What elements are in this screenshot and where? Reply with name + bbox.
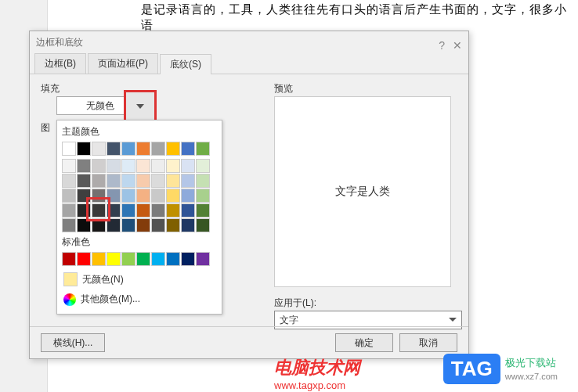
color-swatch[interactable] bbox=[121, 142, 135, 156]
color-swatch[interactable] bbox=[121, 203, 135, 218]
color-swatch[interactable] bbox=[196, 203, 210, 218]
color-swatch[interactable] bbox=[166, 218, 180, 232]
apply-to-label: 应用于(L): bbox=[274, 297, 316, 310]
color-swatch[interactable] bbox=[136, 218, 150, 232]
close-icon[interactable]: ✕ bbox=[453, 34, 462, 56]
color-swatch[interactable] bbox=[136, 142, 150, 156]
color-swatch[interactable] bbox=[62, 252, 76, 266]
color-swatch[interactable] bbox=[62, 174, 76, 188]
tag-badge: TAG bbox=[443, 354, 500, 384]
color-swatch[interactable] bbox=[181, 218, 195, 232]
color-swatch[interactable] bbox=[92, 252, 106, 266]
color-swatch[interactable] bbox=[181, 159, 195, 173]
color-swatch[interactable] bbox=[107, 203, 121, 218]
color-swatch[interactable] bbox=[107, 218, 121, 232]
standard-color-row bbox=[62, 252, 217, 266]
preview-text: 文字是人类 bbox=[335, 185, 390, 199]
cancel-button[interactable]: 取消 bbox=[399, 333, 457, 352]
dialog-titlebar: 边框和底纹 ? ✕ bbox=[30, 31, 468, 53]
color-swatch[interactable] bbox=[166, 203, 180, 218]
color-swatch[interactable] bbox=[107, 142, 121, 156]
color-swatch[interactable] bbox=[166, 142, 180, 156]
color-swatch[interactable] bbox=[92, 174, 106, 188]
color-swatch[interactable] bbox=[121, 189, 135, 203]
watermark-tag: TAG 极光下载站 www.xz7.com bbox=[443, 354, 558, 384]
color-swatch[interactable] bbox=[77, 189, 91, 203]
color-wheel-icon bbox=[63, 293, 76, 306]
color-swatch[interactable] bbox=[121, 218, 135, 232]
color-swatch[interactable] bbox=[92, 203, 106, 218]
tab-page-border[interactable]: 页面边框(P) bbox=[88, 53, 158, 74]
color-swatch[interactable] bbox=[107, 159, 121, 173]
color-swatch[interactable] bbox=[181, 252, 195, 266]
color-swatch[interactable] bbox=[77, 252, 91, 266]
color-swatch[interactable] bbox=[77, 159, 91, 173]
color-swatch[interactable] bbox=[92, 159, 106, 173]
color-swatch[interactable] bbox=[166, 174, 180, 188]
color-swatch[interactable] bbox=[121, 252, 135, 266]
color-swatch[interactable] bbox=[151, 142, 165, 156]
ok-button[interactable]: 确定 bbox=[335, 333, 393, 352]
color-swatch[interactable] bbox=[166, 159, 180, 173]
color-swatch[interactable] bbox=[77, 203, 91, 218]
color-swatch[interactable] bbox=[181, 203, 195, 218]
color-swatch[interactable] bbox=[196, 218, 210, 232]
color-swatch[interactable] bbox=[196, 159, 210, 173]
color-swatch[interactable] bbox=[196, 174, 210, 188]
color-swatch[interactable] bbox=[107, 252, 121, 266]
help-icon[interactable]: ? bbox=[439, 34, 445, 56]
color-swatch[interactable] bbox=[151, 252, 165, 266]
color-swatch[interactable] bbox=[107, 174, 121, 188]
color-swatch[interactable] bbox=[62, 142, 76, 156]
dialog-title: 边框和底纹 bbox=[36, 37, 83, 48]
standard-colors-title: 标准色 bbox=[62, 236, 217, 249]
theme-color-shades bbox=[62, 159, 217, 232]
color-swatch[interactable] bbox=[166, 252, 180, 266]
color-swatch[interactable] bbox=[77, 218, 91, 232]
color-swatch[interactable] bbox=[62, 218, 76, 232]
color-swatch[interactable] bbox=[136, 189, 150, 203]
color-swatch[interactable] bbox=[151, 203, 165, 218]
color-swatch[interactable] bbox=[77, 174, 91, 188]
color-swatch[interactable] bbox=[136, 174, 150, 188]
color-swatch[interactable] bbox=[151, 218, 165, 232]
color-swatch[interactable] bbox=[136, 203, 150, 218]
color-swatch[interactable] bbox=[62, 203, 76, 218]
chevron-down-icon bbox=[136, 104, 144, 113]
color-picker-popup: 主题颜色 标准色 无颜色(N) 其他颜色(M)... bbox=[56, 120, 222, 315]
tag-site: 极光下载站 www.xz7.com bbox=[505, 356, 558, 382]
color-swatch[interactable] bbox=[196, 189, 210, 203]
horizontal-line-button[interactable]: 横线(H)... bbox=[41, 333, 105, 352]
color-swatch[interactable] bbox=[181, 189, 195, 203]
color-swatch[interactable] bbox=[121, 174, 135, 188]
color-swatch[interactable] bbox=[181, 142, 195, 156]
color-swatch[interactable] bbox=[166, 189, 180, 203]
color-swatch[interactable] bbox=[62, 189, 76, 203]
tab-border[interactable]: 边框(B) bbox=[34, 53, 86, 74]
color-swatch[interactable] bbox=[92, 142, 106, 156]
watermark-title: 电脑技术网 bbox=[274, 356, 360, 379]
tab-shading[interactable]: 底纹(S) bbox=[160, 54, 211, 74]
more-colors-option[interactable]: 其他颜色(M)... bbox=[62, 290, 217, 309]
color-swatch[interactable] bbox=[62, 159, 76, 173]
color-swatch[interactable] bbox=[136, 159, 150, 173]
color-swatch[interactable] bbox=[196, 142, 210, 156]
borders-shading-dialog: 边框和底纹 ? ✕ 边框(B) 页面边框(P) 底纹(S) 填充 无颜色 图 主… bbox=[29, 31, 469, 359]
color-swatch[interactable] bbox=[136, 252, 150, 266]
color-swatch[interactable] bbox=[121, 159, 135, 173]
color-swatch[interactable] bbox=[151, 174, 165, 188]
tab-strip: 边框(B) 页面边框(P) 底纹(S) bbox=[30, 53, 468, 74]
color-swatch[interactable] bbox=[92, 218, 106, 232]
color-swatch[interactable] bbox=[77, 142, 91, 156]
fill-dropdown-button[interactable] bbox=[124, 90, 157, 123]
color-swatch[interactable] bbox=[92, 189, 106, 203]
color-swatch[interactable] bbox=[107, 189, 121, 203]
color-swatch[interactable] bbox=[151, 189, 165, 203]
no-color-option[interactable]: 无颜色(N) bbox=[62, 269, 217, 290]
color-swatch[interactable] bbox=[196, 252, 210, 266]
color-swatch[interactable] bbox=[151, 159, 165, 173]
preview-label: 预览 bbox=[274, 82, 293, 95]
color-swatch[interactable] bbox=[181, 174, 195, 188]
theme-color-row bbox=[62, 142, 217, 156]
no-color-swatch bbox=[63, 272, 78, 286]
